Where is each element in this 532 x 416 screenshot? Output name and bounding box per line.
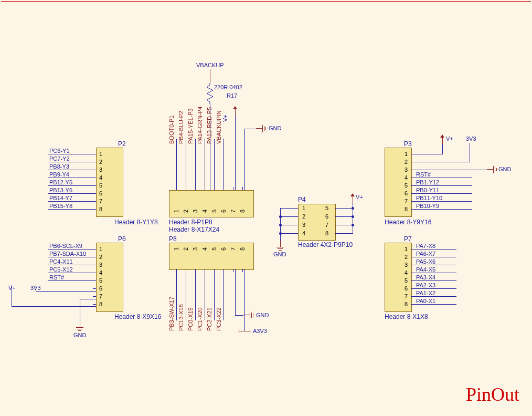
pin-number: 2 [183, 247, 189, 251]
pin-number: 3 [192, 210, 198, 213]
wire [280, 233, 298, 234]
junction [279, 215, 282, 218]
net-wire [414, 288, 456, 289]
wire [244, 269, 245, 331]
net-wire [224, 272, 224, 320]
net-wire [414, 178, 472, 178]
pin-number: 2 [99, 159, 102, 165]
type-p4: Header 4X2-P9P10 [298, 241, 353, 248]
pin-stub [93, 265, 96, 265]
net-label: PA6-X7 [416, 251, 435, 257]
net-wire [186, 139, 186, 187]
net-label: PA1-X2 [416, 290, 435, 296]
net-label: PB9-Y4 [49, 171, 69, 178]
pin-number: 8 [325, 230, 328, 236]
page-title: PinOut [466, 383, 519, 405]
3v3-label-p3: 3V3 [466, 136, 476, 142]
pin-number: 7 [405, 198, 408, 204]
pin-number: 7 [230, 210, 236, 213]
vplus-label-p3: V+ [446, 136, 453, 142]
net-label: PA15-YEL-P3 [187, 108, 194, 144]
net-wire [48, 201, 93, 202]
header-p8 [169, 243, 254, 270]
pin-number: 3 [405, 262, 408, 268]
net-wire [48, 280, 93, 281]
pin-stub [93, 162, 96, 162]
net-label: PB13-Y6 [49, 187, 72, 193]
r17-value: 220R 0402 [214, 84, 242, 90]
resistor-r17 [207, 83, 214, 104]
pin-stub [242, 269, 243, 272]
pin-number: 2 [183, 210, 189, 213]
net-wire [176, 272, 177, 320]
net-wire [48, 249, 93, 249]
pin-number: 4 [405, 269, 408, 276]
net-label: PB15-Y8 [49, 203, 72, 209]
gnd-label-p3: GND [498, 166, 511, 172]
pin-number: 2 [405, 159, 408, 165]
wire [411, 154, 442, 154]
pin-number: 6 [99, 190, 102, 196]
header-p7 [385, 243, 412, 312]
net-label: PA7-X8 [416, 243, 435, 249]
net-label: PB14-Y7 [49, 195, 72, 201]
net-label: PB3-SW-X17 [168, 297, 175, 331]
pin-stub [93, 170, 96, 170]
pin-number: 2 [405, 254, 408, 260]
refdes-p3: P3 [404, 140, 412, 148]
pin-number: 5 [211, 210, 217, 213]
pin-number: 7 [325, 222, 328, 228]
pin-number: 8 [99, 301, 102, 307]
net-label: PA14-GRN-P4 [197, 107, 203, 144]
pin-stub [93, 280, 96, 281]
pin-number: 8 [99, 206, 102, 212]
pin-number: 1 [405, 246, 408, 252]
wire [470, 143, 470, 162]
wire [335, 225, 353, 225]
net-label: PA0-X1 [416, 298, 435, 304]
net-wire [48, 209, 93, 210]
pin-stub [93, 178, 96, 178]
pin-number: 5 [405, 182, 408, 189]
pin-number: 1 [405, 151, 408, 157]
wire [12, 285, 12, 306]
type-p3: Header 8-Y9Y16 [385, 219, 431, 226]
pin-number: 4 [302, 230, 305, 236]
r17-ref: R17 [227, 92, 237, 99]
net-wire [414, 273, 456, 273]
pin-number: 5 [211, 247, 217, 251]
pin-stub [93, 209, 96, 210]
wire [235, 269, 236, 315]
pin-number: 1 [99, 151, 102, 157]
net-wire [214, 272, 215, 320]
net-wire [48, 185, 93, 186]
pin-stub [186, 187, 186, 190]
wire [335, 233, 353, 234]
net-label: PC2-X21 [206, 307, 212, 331]
vplus-label-p5: V+ [222, 115, 228, 122]
pin-stub [242, 187, 243, 190]
pin-stub [93, 304, 96, 305]
net-label: PB8-Y3 [49, 163, 69, 170]
header-p3 [385, 148, 412, 217]
wire [280, 216, 298, 217]
net-wire [195, 139, 196, 187]
pin-number: 3 [99, 262, 102, 268]
net-wire [205, 272, 205, 320]
net-label: PA5-X6 [416, 258, 435, 265]
net-label: BOOT0-P1 [168, 116, 175, 144]
type-p5a: Header 8-P1P8 [169, 219, 212, 226]
pin-number: 6 [220, 247, 227, 251]
net-wire [205, 139, 205, 187]
pin-stub [205, 187, 205, 190]
wire [335, 216, 353, 217]
pin-number: 1 [302, 205, 305, 211]
pin-number: 3 [192, 247, 198, 251]
pin-stub [411, 154, 414, 154]
junction [279, 232, 282, 235]
net-wire [176, 139, 177, 187]
pin-stub [176, 187, 177, 190]
pin-number: 8 [405, 206, 408, 212]
wire [239, 328, 239, 334]
pin-stub [93, 154, 96, 154]
